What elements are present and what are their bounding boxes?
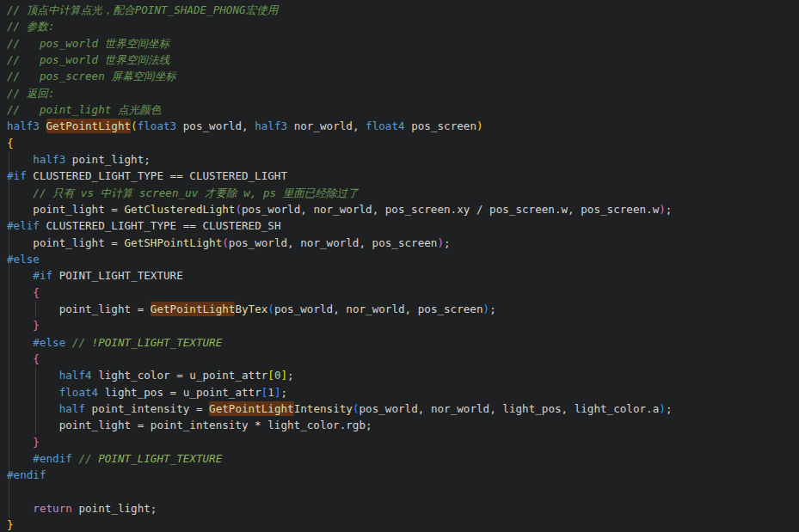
code-token [7, 286, 33, 299]
code-token: !POINT_LIGHT_TEXTURE [92, 336, 223, 349]
code-token: [ [267, 369, 274, 382]
code-line: half point_intensity = GetPointLightInte… [7, 401, 672, 417]
code-token: ; [666, 402, 673, 415]
code-line: return point_light; [7, 500, 672, 517]
code-line: #else // !POINT_LIGHT_TEXTURE [7, 334, 672, 351]
code-line: // 只有 vs 中计算 screen_uv 才要除 w, ps 里面已经除过了 [7, 185, 672, 201]
find-match-highlight: GetPointLight [151, 302, 236, 316]
code-line: float4 light_pos = u_point_attr[1]; [7, 384, 672, 401]
code-token: return [33, 502, 72, 515]
find-match-highlight: GetPointLight [209, 401, 294, 416]
code-token: half3 [7, 119, 46, 132]
code-line: } [7, 517, 672, 532]
code-token: CLUSTERED_LIGHT_TYPE == CLUSTERED_SH [40, 219, 281, 232]
code-token: ) [659, 402, 666, 415]
code-token [7, 452, 33, 465]
code-line: #if POINT_LIGHT_TEXTURE [7, 267, 672, 284]
code-token: light_pos = u_point_attr [98, 386, 261, 399]
code-token: // 返回: [7, 87, 55, 100]
code-token: point_light = point_intensity * light_co… [7, 419, 372, 431]
code-token: point_light = [7, 203, 124, 216]
code-token: pos_world, nor_world, pos_screen [229, 236, 438, 249]
code-token: // pos_world 世界空间坐标 [7, 37, 169, 50]
code-token: pos_world, [183, 119, 255, 132]
code-token: nor_world, [294, 119, 366, 132]
code-line: half3 GetPointLight(float3 pos_world, ha… [7, 118, 672, 134]
code-token: half [59, 402, 85, 415]
code-line [7, 484, 672, 500]
code-token: ; [666, 203, 673, 216]
code-token: // [72, 336, 92, 349]
code-token: } [33, 436, 40, 449]
find-match-highlight: GetPointLight [46, 119, 132, 133]
code-token: { [7, 137, 14, 150]
code-token: #endif [7, 468, 46, 481]
code-token: pos_world, nor_world, light_pos, light_c… [360, 402, 660, 415]
code-line: } [7, 317, 672, 333]
code-token: #if [33, 269, 52, 282]
code-token [7, 153, 33, 166]
code-token [7, 402, 59, 415]
code-line: { [7, 351, 672, 367]
code-line: point_light = GetClusteredLight(pos_worl… [7, 201, 672, 217]
code-line: } [7, 434, 672, 450]
code-line: // pos_world 世界空间法线 [7, 52, 672, 68]
code-text-layer: // 顶点中计算点光，配合POINT_SHADE_PHONG宏使用// 参数:/… [7, 2, 672, 532]
code-token: ( [235, 203, 242, 216]
code-line: // pos_world 世界空间坐标 [7, 35, 672, 52]
code-token: ( [353, 402, 360, 415]
code-line: // pos_screen 屏幕空间坐标 [7, 68, 672, 84]
code-line: #endif // POINT_LIGHT_TEXTURE [7, 450, 672, 467]
code-token [7, 187, 33, 199]
code-token: ] [281, 369, 288, 382]
code-token: POINT_LIGHT_TEXTURE [98, 452, 222, 465]
code-line: half4 light_color = u_point_attr[0]; [7, 367, 672, 383]
code-token: // pos_screen 屏幕空间坐标 [7, 70, 176, 83]
code-token [7, 319, 33, 332]
code-token: // pos_world 世界空间法线 [7, 53, 169, 66]
code-token: point_light = [7, 303, 151, 315]
code-line: #else [7, 251, 672, 267]
code-token: { [33, 286, 40, 299]
code-token: // point_light 点光颜色 [7, 103, 161, 116]
code-line: #elif CLUSTERED_LIGHT_TYPE == CLUSTERED_… [7, 217, 672, 234]
code-token: point_light; [65, 153, 151, 166]
code-token: // 只有 vs 中计算 screen_uv 才要除 w, ps 里面已经除过了 [33, 187, 358, 199]
code-token: #endif [33, 452, 78, 465]
code-token [7, 369, 59, 382]
code-token: #else [33, 336, 72, 349]
code-token: { [33, 352, 40, 365]
code-token: pos_world, nor_world, pos_screen [274, 303, 483, 315]
code-line: { [7, 135, 672, 151]
code-token: Intensity [294, 402, 353, 415]
code-token: ; [489, 303, 496, 315]
code-token: ) [483, 303, 490, 315]
code-token: float3 [138, 119, 183, 132]
code-token: 0 [274, 369, 281, 382]
code-token: ByTex [235, 303, 267, 315]
code-line: #endif [7, 467, 672, 483]
code-token: 1 [267, 386, 274, 399]
code-token: ) [659, 203, 666, 216]
code-token: GetSHPointLight [124, 236, 222, 249]
code-token: CLUSTERED_LIGHT_TYPE == CLUSTERED_LIGHT [27, 169, 287, 182]
code-token: point_light = [7, 236, 124, 249]
code-token: light_color = u_point_attr [92, 369, 268, 382]
code-line: point_light = GetPointLightByTex(pos_wor… [7, 301, 672, 317]
code-token [7, 336, 33, 349]
code-token [7, 352, 33, 365]
code-editor[interactable]: // 顶点中计算点光，配合POINT_SHADE_PHONG宏使用// 参数:/… [0, 0, 799, 532]
code-token [7, 502, 33, 515]
code-line: // point_light 点光颜色 [7, 101, 672, 118]
code-token: ; [287, 369, 294, 382]
code-token: ; [444, 236, 451, 249]
code-token: half3 [33, 153, 65, 166]
code-token [7, 269, 33, 282]
code-token: pos_screen [411, 119, 476, 132]
code-line: { [7, 284, 672, 301]
code-line: #if CLUSTERED_LIGHT_TYPE == CLUSTERED_LI… [7, 168, 672, 184]
code-token: ( [131, 119, 138, 132]
code-token [7, 386, 59, 399]
code-token: #elif [7, 219, 40, 232]
code-token: ) [476, 119, 483, 132]
